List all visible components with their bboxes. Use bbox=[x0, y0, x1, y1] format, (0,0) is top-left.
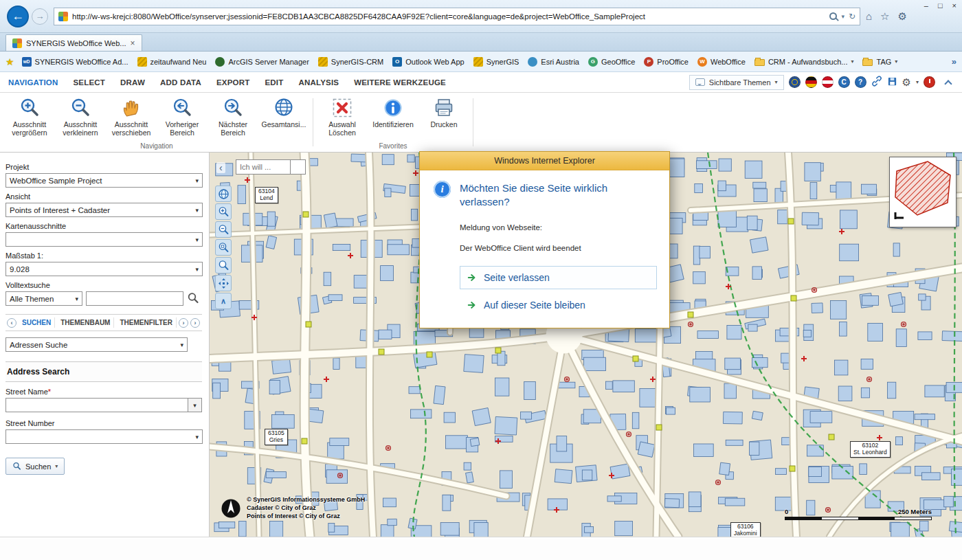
favorites-overflow-icon[interactable]: » bbox=[952, 56, 957, 67]
menu-analysis[interactable]: ANALYSIS bbox=[298, 78, 339, 87]
collapse-tools-icon[interactable]: ∧ bbox=[215, 293, 232, 309]
volltext-input[interactable] bbox=[86, 291, 183, 306]
favorite-folder[interactable]: TAG▾ bbox=[858, 56, 902, 68]
clear-selection-button[interactable]: Auswahl Löschen bbox=[317, 96, 368, 142]
ich-will-go-button[interactable] bbox=[291, 159, 306, 175]
ich-will-search[interactable] bbox=[236, 159, 306, 175]
back-button[interactable]: ← bbox=[7, 5, 29, 27]
search-icon[interactable] bbox=[829, 12, 837, 20]
globe-icon bbox=[273, 97, 295, 119]
zoom-in-button[interactable]: Ausschnitt vergrößern bbox=[4, 96, 55, 142]
maximize-button[interactable]: □ bbox=[938, 1, 943, 10]
logout-power-icon[interactable] bbox=[924, 76, 935, 88]
print-button[interactable]: Drucken bbox=[418, 96, 469, 142]
tab-suchen[interactable]: SUCHEN bbox=[19, 317, 55, 328]
menu-select[interactable]: SELECT bbox=[74, 78, 106, 87]
volltextsuche-label: Volltextsuche bbox=[5, 281, 202, 289]
full-extent-button[interactable]: Gesamtansi... bbox=[258, 96, 309, 142]
overview-globe-tool[interactable] bbox=[215, 186, 232, 202]
zoom-in-icon bbox=[19, 97, 41, 119]
tools-gear-icon[interactable]: ⚙ bbox=[898, 10, 907, 23]
stay-on-page-option[interactable]: Auf dieser Seite bleiben bbox=[460, 293, 657, 317]
favorite-item[interactable]: SynerGIS bbox=[469, 55, 524, 69]
favorite-item[interactable]: Esri Austria bbox=[524, 55, 583, 69]
collapse-ribbon-icon[interactable] bbox=[944, 80, 952, 87]
zoom-out-button[interactable]: Ausschnitt verkleinern bbox=[55, 96, 106, 142]
previous-extent-button[interactable]: Vorheriger Bereich bbox=[157, 96, 208, 142]
arcgis-globe-icon bbox=[215, 57, 225, 67]
volltext-scope-select[interactable]: Alle Themen▾ bbox=[5, 291, 82, 306]
menu-weitere-werkzeuge[interactable]: WEITERE WERKZEUGE bbox=[354, 78, 446, 87]
favorite-item[interactable]: PProOffice bbox=[640, 55, 693, 69]
zoom-window-tool[interactable] bbox=[215, 239, 232, 256]
browser-tab[interactable]: SYNERGIS WebOffice Web... × bbox=[5, 34, 142, 51]
favorite-item[interactable]: SynerGIS-CRM bbox=[314, 55, 388, 69]
projekt-select[interactable]: WebOffice Sample Project▾ bbox=[5, 173, 203, 188]
favorite-item[interactable]: OOutlook Web App bbox=[388, 55, 468, 69]
caret-down-icon: ▾ bbox=[775, 79, 778, 85]
refresh-icon[interactable]: ↻ bbox=[849, 12, 855, 21]
favorite-item[interactable]: wDSYNERGIS WebOffice Ad... bbox=[18, 55, 133, 69]
folder-icon bbox=[862, 59, 873, 66]
folder-icon bbox=[754, 59, 765, 66]
minimize-button[interactable]: – bbox=[924, 1, 928, 10]
menu-add-data[interactable]: ADD DATA bbox=[160, 78, 201, 87]
forward-button[interactable]: → bbox=[32, 8, 48, 25]
help-icon[interactable]: ? bbox=[855, 76, 866, 88]
menu-navigation[interactable]: NAVIGATION bbox=[8, 78, 58, 87]
street-name-input[interactable] bbox=[5, 398, 188, 412]
caret-down-icon[interactable]: ▾ bbox=[916, 79, 919, 85]
leave-page-option[interactable]: Seite verlassen bbox=[460, 266, 657, 289]
street-number-select[interactable]: ▾ bbox=[5, 429, 203, 444]
volltext-search-icon[interactable] bbox=[187, 292, 199, 306]
favorite-folder[interactable]: CRM - Aufwandsbuch...▾ bbox=[750, 56, 858, 68]
address-bar[interactable]: http://w-ws-krejci:8080/WebOffice/synser… bbox=[54, 8, 860, 25]
kartenausschnitte-select[interactable]: ▾ bbox=[5, 232, 203, 247]
tabs-scroll-right-icon[interactable]: › bbox=[179, 318, 188, 328]
identify-button[interactable]: Identifizieren bbox=[368, 96, 418, 142]
home-icon[interactable]: ⌂ bbox=[866, 10, 872, 22]
tab-themenfilter[interactable]: THEMENFILTER bbox=[116, 317, 176, 328]
autocomplete-caret-icon[interactable]: ▾ bbox=[841, 13, 844, 20]
link-icon[interactable] bbox=[871, 76, 882, 89]
url-text[interactable]: http://w-ws-krejci:8080/WebOffice/synser… bbox=[72, 12, 825, 21]
close-button[interactable]: × bbox=[952, 1, 957, 10]
ansicht-select[interactable]: Points of Interest + Cadaster▾ bbox=[5, 203, 203, 217]
save-icon[interactable] bbox=[887, 76, 897, 89]
suchen-button[interactable]: Suchen ▾ bbox=[5, 458, 65, 475]
printer-icon bbox=[433, 97, 455, 119]
scale-bar: 0 250 Meters bbox=[785, 508, 932, 520]
pan-tool[interactable] bbox=[215, 275, 232, 291]
search-type-select[interactable]: Adressen Suche▾ bbox=[5, 337, 188, 352]
zoom-in-tool[interactable] bbox=[215, 203, 232, 220]
german-flag-icon[interactable] bbox=[805, 76, 817, 88]
zoom-out-tool[interactable] bbox=[215, 221, 232, 238]
favorite-item[interactable]: ArcGIS Server Manager bbox=[211, 55, 313, 69]
caret-down-icon: ▾ bbox=[55, 463, 58, 469]
austrian-flag-icon[interactable] bbox=[822, 76, 834, 88]
settings-gear-icon[interactable]: ⚙ bbox=[902, 76, 911, 89]
ich-will-input[interactable] bbox=[236, 159, 291, 175]
tabs-more-icon[interactable]: › bbox=[190, 318, 200, 328]
overview-map[interactable] bbox=[889, 157, 957, 227]
globe-c-icon[interactable]: C bbox=[838, 76, 850, 88]
massstab-select[interactable]: 9.028▾ bbox=[5, 262, 203, 276]
next-extent-button[interactable]: Nächster Bereich bbox=[208, 96, 258, 142]
tab-close-icon[interactable]: × bbox=[131, 38, 135, 48]
favorite-item[interactable]: zeitaufwand Neu bbox=[133, 55, 211, 69]
collapse-panel-icon[interactable]: ‹ bbox=[216, 162, 225, 173]
favorites-star-icon[interactable]: ☆ bbox=[880, 10, 889, 23]
zoom-extent-tool[interactable] bbox=[215, 257, 232, 273]
tab-themenbaum[interactable]: THEMENBAUM bbox=[57, 317, 114, 328]
favorite-item[interactable]: WWebOffice bbox=[693, 55, 750, 69]
menu-draw[interactable]: DRAW bbox=[120, 78, 145, 87]
eu-flag-icon[interactable] bbox=[789, 76, 801, 88]
add-favorite-star-icon[interactable]: ★ bbox=[5, 56, 14, 67]
tabs-scroll-left-icon[interactable]: ‹ bbox=[7, 318, 16, 328]
visible-themes-dropdown[interactable]: Sichtbare Themen ▾ bbox=[689, 75, 784, 90]
street-name-dropdown[interactable]: ▾ bbox=[188, 398, 202, 412]
pan-button[interactable]: Ausschnitt verschieben bbox=[106, 96, 157, 142]
menu-edit[interactable]: EDIT bbox=[265, 78, 283, 87]
menu-export[interactable]: EXPORT bbox=[216, 78, 250, 87]
favorite-item[interactable]: GGeoOffice bbox=[584, 55, 639, 69]
